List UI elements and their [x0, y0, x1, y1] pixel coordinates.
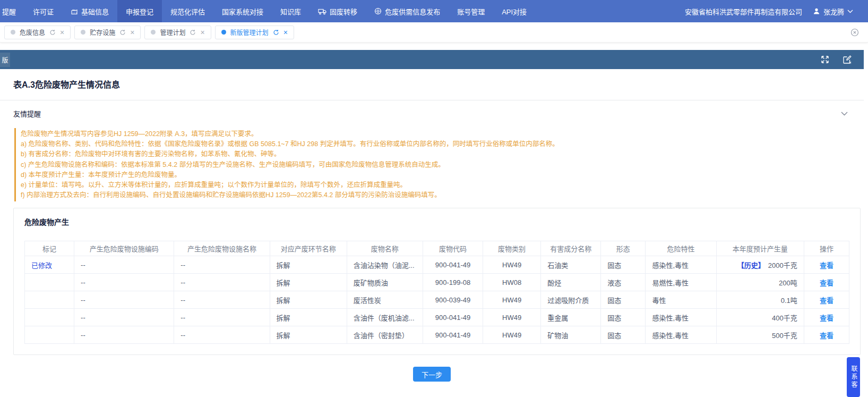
nav-item-link[interactable]: 危废供需信息发布	[366, 0, 449, 22]
tab-status-dot	[221, 30, 226, 35]
view-link[interactable]: 查看	[820, 279, 833, 287]
form-state-cell: 固态	[601, 256, 646, 274]
column-header: 对应产废环节名称	[270, 241, 347, 256]
reminder-header[interactable]: 友情提醒	[0, 100, 864, 124]
form-state-cell: 固态	[601, 326, 646, 344]
nav-item-link[interactable]: 知识库	[272, 0, 310, 22]
waste-code-cell: 900-199-08	[423, 274, 483, 291]
user-name: 张龙腾	[823, 6, 844, 16]
notice-line: e) 计量单位：填写吨。以升、立方米等体积计量的，应折算成重量吨；以个数作为计量…	[21, 180, 857, 190]
collapse-chevron-icon[interactable]	[841, 112, 848, 116]
facility-code-cell: --	[74, 309, 174, 326]
broadcast-icon	[374, 7, 382, 15]
column-header: 废物代码	[423, 241, 483, 256]
close-icon[interactable]: ×	[60, 29, 64, 36]
facility-name-cell: --	[174, 274, 270, 291]
row-marker	[25, 291, 74, 309]
nav-item-label: 许可证	[33, 6, 54, 16]
tab-status-dot	[11, 30, 15, 35]
waste-name-cell: 废矿物质油	[347, 274, 423, 291]
top-nav-right: 安徽省柏科洪武零部件再制造有限公司 张龙腾	[685, 0, 868, 22]
page-title: 表A.3危险废物产生情况信息	[0, 69, 868, 100]
nav-item-label: API对接	[502, 6, 527, 16]
nav-item-link[interactable]: 规范化评估	[162, 0, 213, 22]
nav-item-link[interactable]: 提醒	[0, 0, 24, 22]
close-icon[interactable]: ×	[283, 29, 288, 36]
tab-label: 贮存设施	[90, 28, 115, 37]
contact-support-button[interactable]: 联系客服	[847, 357, 860, 397]
next-step-button[interactable]: 下一步	[413, 367, 451, 382]
waste-category-cell: HW49	[483, 291, 541, 309]
action-cell: 查看	[804, 274, 849, 291]
refresh-icon[interactable]	[273, 29, 279, 36]
panel-header-actions	[820, 55, 864, 64]
form-state-cell: 固态	[601, 309, 646, 326]
row-marker	[25, 326, 74, 344]
fullscreen-icon[interactable]	[820, 55, 830, 64]
annual-quantity-cell: 200吨	[716, 274, 804, 291]
column-header: 标记	[25, 241, 74, 256]
notice-line: 危险废物产生情况填写内容参见HJ 1259—2022附录 A.3，填写应满足以下…	[21, 129, 857, 139]
history-badge[interactable]: 【历史】	[737, 261, 765, 269]
waste-code-cell: 900-041-49	[423, 309, 483, 326]
tab-item[interactable]: 贮存设施×	[74, 26, 141, 39]
facility-name-cell: --	[174, 291, 270, 309]
view-link[interactable]: 查看	[820, 297, 833, 305]
view-link[interactable]: 查看	[820, 314, 833, 322]
refresh-icon[interactable]	[119, 29, 126, 36]
column-header: 废物类别	[483, 241, 541, 256]
refresh-icon[interactable]	[49, 29, 56, 36]
tab-active[interactable]: 新版管理计划×	[215, 26, 294, 39]
nav-item-link[interactable]: 许可证	[24, 0, 62, 22]
tab-status-dot	[81, 30, 85, 35]
column-header: 废物名称	[347, 241, 423, 256]
notice-line: c) 产生危险废物设施名称和编码：依据本标准第 5.4.2 部分填写的生产设施名…	[21, 160, 857, 170]
top-nav-items: 提醒许可证基础信息申报登记规范化评估国家系统对接知识库固废转移危废供需信息发布账…	[0, 0, 535, 22]
tab-item[interactable]: 危废信息×	[4, 26, 71, 39]
view-link[interactable]: 查看	[820, 332, 833, 340]
facility-code-cell: --	[74, 256, 174, 274]
row-marker: 已修改	[25, 256, 74, 274]
action-cell: 查看	[804, 309, 849, 326]
user-menu[interactable]: 张龙腾	[813, 6, 853, 16]
waste-code-cell: 900-041-49	[423, 256, 483, 274]
notice-line: d) 本年度预计产生量：本年度预计产生的危险废物量。	[21, 170, 857, 180]
close-circle-icon[interactable]	[850, 28, 859, 37]
nav-item-link[interactable]: 固废转移	[310, 0, 366, 22]
close-icon[interactable]: ×	[130, 29, 134, 36]
column-header: 本年度预计产生量	[716, 241, 804, 256]
hazard-trait-cell: 毒性	[646, 291, 716, 309]
waste-category-cell: HW08	[483, 274, 541, 291]
nav-item-label: 规范化评估	[170, 6, 205, 16]
close-icon[interactable]: ×	[200, 29, 204, 36]
nav-item-link[interactable]: API对接	[493, 0, 535, 22]
process-name-cell: 拆解	[270, 291, 347, 309]
waste-name-cell: 含油件（废机油滤...	[347, 309, 423, 326]
waste-name-cell: 含油沾染物（油泥...	[347, 256, 423, 274]
facility-name-cell: --	[174, 309, 270, 326]
harmful-component-cell: 矿物油	[541, 326, 601, 344]
harmful-component-cell: 重金属	[541, 309, 601, 326]
process-name-cell: 拆解	[270, 309, 347, 326]
refresh-icon[interactable]	[190, 29, 196, 36]
corner-tab[interactable]: 版	[0, 53, 10, 67]
table-row: 已修改----拆解含油沾染物（油泥...900-041-49HW49石油类固态感…	[25, 256, 849, 274]
tab-item[interactable]: 管理计划×	[144, 26, 211, 39]
table-row: ----拆解含油件（废机油滤...900-041-49HW49重金属固态感染性,…	[25, 309, 849, 326]
process-name-cell: 拆解	[270, 256, 347, 274]
harmful-component-cell: 酚烃	[541, 274, 601, 291]
notice-line: a) 危险废物名称、类别、代码和危险特性：依据《国家危险废物名录》或根据 GB …	[21, 139, 857, 149]
nav-item-link[interactable]: 基础信息	[62, 0, 117, 22]
tab-label: 新版管理计划	[230, 28, 269, 37]
user-icon	[813, 7, 820, 15]
nav-item-active[interactable]: 申报登记	[117, 0, 162, 22]
nav-item-link[interactable]: 账号管理	[449, 0, 493, 22]
nav-item-label: 提醒	[2, 6, 16, 16]
company-name: 安徽省柏科洪武零部件再制造有限公司	[685, 6, 802, 16]
table-row: ----拆解含油件（密封垫）900-041-49HW49矿物油固态感染性,毒性5…	[25, 326, 849, 344]
harmful-component-cell: 石油类	[541, 256, 601, 274]
nav-item-link[interactable]: 国家系统对接	[213, 0, 272, 22]
edit-icon[interactable]	[843, 55, 852, 64]
view-link[interactable]: 查看	[820, 261, 833, 269]
form-state-cell: 固态	[601, 291, 646, 309]
